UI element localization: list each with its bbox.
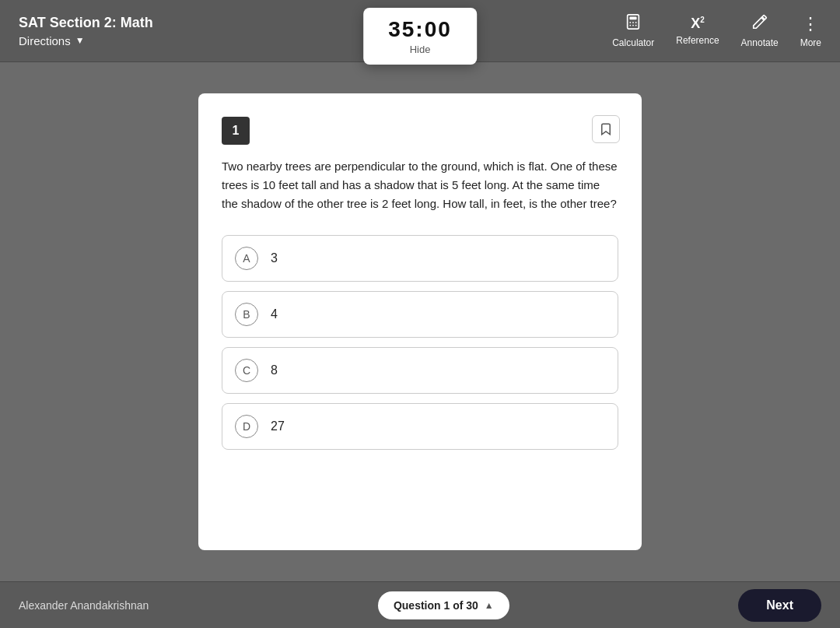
question-card: 1 Two nearby trees are perpendicular to … — [198, 93, 642, 550]
svg-rect-1 — [630, 17, 637, 20]
header: SAT Section 2: Math Directions ▼ 35:00 H… — [0, 0, 840, 62]
footer-username: Alexander Anandakrishnan — [19, 599, 149, 612]
svg-point-3 — [632, 22, 634, 23]
header-tools: Calculator X2 Reference Annotate ⋮ More — [612, 13, 821, 48]
page-title: SAT Section 2: Math — [19, 15, 153, 31]
svg-point-6 — [632, 25, 634, 26]
calculator-button[interactable]: Calculator — [612, 13, 654, 48]
answer-value-a: 3 — [271, 251, 278, 265]
answer-option-d[interactable]: D 27 — [222, 403, 618, 450]
svg-point-2 — [630, 22, 632, 23]
annotate-label: Annotate — [741, 37, 779, 48]
calculator-icon — [625, 13, 642, 34]
annotate-button[interactable]: Annotate — [741, 13, 779, 48]
answer-letter-c: C — [235, 359, 258, 382]
footer: Alexander Anandakrishnan Question 1 of 3… — [0, 581, 840, 628]
bookmark-button[interactable] — [592, 115, 620, 143]
header-left: SAT Section 2: Math Directions ▼ — [19, 15, 153, 47]
answer-letter-a: A — [235, 247, 258, 270]
reference-button[interactable]: X2 Reference — [676, 16, 719, 46]
annotate-icon — [751, 13, 768, 34]
calculator-label: Calculator — [612, 37, 654, 48]
svg-point-4 — [635, 22, 637, 23]
question-text: Two nearby trees are perpendicular to th… — [222, 157, 618, 213]
question-navigator-button[interactable]: Question 1 of 30 ▲ — [378, 591, 509, 619]
question-nav-label: Question 1 of 30 — [394, 599, 478, 612]
answer-option-b[interactable]: B 4 — [222, 291, 618, 338]
answer-letter-d: D — [235, 415, 258, 438]
svg-point-7 — [635, 25, 637, 26]
answer-value-c: 8 — [271, 363, 278, 377]
answer-value-d: 27 — [271, 419, 285, 433]
directions-label: Directions — [19, 34, 71, 47]
answer-option-c[interactable]: C 8 — [222, 347, 618, 394]
reference-label: Reference — [676, 35, 719, 46]
timer-popup: 35:00 Hide — [363, 8, 477, 65]
more-label: More — [800, 37, 821, 48]
answer-value-b: 4 — [271, 307, 278, 321]
main-content: 1 Two nearby trees are perpendicular to … — [0, 62, 840, 581]
answer-letter-b: B — [235, 303, 258, 326]
more-icon: ⋮ — [802, 14, 820, 34]
directions-button[interactable]: Directions ▼ — [19, 34, 153, 47]
svg-point-5 — [630, 25, 632, 26]
reference-icon: X2 — [691, 16, 705, 32]
timer-hide-button[interactable]: Hide — [388, 44, 452, 55]
caret-up-icon: ▲ — [485, 600, 494, 611]
chevron-down-icon: ▼ — [75, 35, 85, 46]
answer-option-a[interactable]: A 3 — [222, 235, 618, 282]
question-number-badge: 1 — [222, 117, 250, 145]
more-button[interactable]: ⋮ More — [800, 14, 821, 48]
next-button[interactable]: Next — [738, 589, 821, 622]
timer-display: 35:00 — [388, 17, 452, 42]
